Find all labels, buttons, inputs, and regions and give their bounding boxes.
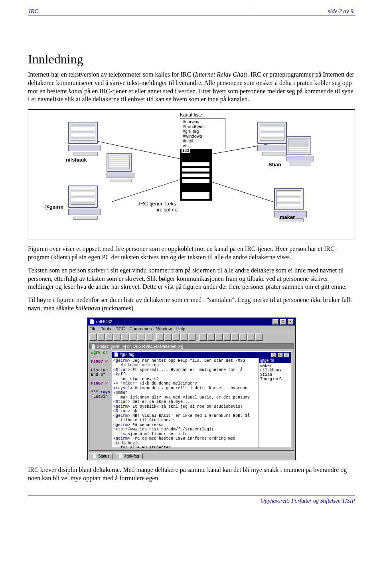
diagram-line bbox=[112, 180, 180, 202]
minimize-button[interactable]: _ bbox=[272, 319, 278, 325]
menu-tools[interactable]: Tools bbox=[101, 326, 111, 331]
toolbar-button[interactable] bbox=[129, 333, 136, 341]
taskbar-label: #grk-fag bbox=[124, 454, 139, 458]
nick-item[interactable]: ThorgierB bbox=[260, 377, 290, 381]
toolbar-button[interactable] bbox=[156, 333, 164, 341]
computer-icon bbox=[286, 136, 314, 166]
window-controls: _ □ × bbox=[271, 352, 289, 357]
page-footer: Opphavsrett: Forfatter og Stiftelsen TIS… bbox=[28, 495, 355, 512]
text: (nicknames). bbox=[100, 305, 135, 312]
nick-item[interactable]: maker bbox=[260, 364, 290, 368]
paragraph: Figuren over viser et oppsett med fire p… bbox=[28, 245, 355, 262]
maximize-button[interactable]: □ bbox=[278, 353, 283, 357]
server-base bbox=[182, 192, 209, 199]
channel-list: #norway #trondheim #grk-fag #windows #ni… bbox=[180, 118, 225, 149]
network-diagram: Kanal-liste #norway #trondheim #grk-fag … bbox=[28, 109, 355, 239]
channel-item: #grk-fag bbox=[183, 129, 223, 134]
menu-dcc[interactable]: DCC bbox=[115, 326, 125, 331]
toolbar-button[interactable] bbox=[247, 333, 255, 341]
channel-name: #grk-fag bbox=[120, 352, 134, 357]
computer-icon bbox=[107, 153, 134, 182]
toolbar-button[interactable] bbox=[113, 333, 120, 341]
status-window: 📄 Status: geirm [+] on Oslo-R.NO.EU.Unde… bbox=[89, 343, 294, 451]
computer-icon bbox=[257, 122, 290, 156]
computer-icon bbox=[68, 122, 101, 156]
server-caption: IRC-tjener, f.eks. irc.sol.no bbox=[122, 201, 178, 213]
toolbar-button[interactable] bbox=[89, 333, 97, 341]
channel-item: etc. bbox=[183, 143, 223, 148]
server-slot bbox=[182, 168, 209, 172]
taskbar-label: Status bbox=[98, 454, 109, 458]
toolbar-button[interactable] bbox=[172, 333, 180, 341]
menu-help[interactable]: Help bbox=[176, 326, 186, 331]
server-slot bbox=[182, 162, 209, 166]
taskbar-button-channel[interactable]: 📄 #grk-fag bbox=[115, 453, 142, 459]
toolbar-button[interactable] bbox=[188, 333, 195, 341]
paragraph: IRC krever disiplin blant deltakerne. Me… bbox=[28, 466, 355, 483]
computer-icon bbox=[68, 185, 101, 220]
user-label: Stian bbox=[268, 162, 281, 168]
diagram-line bbox=[209, 181, 285, 206]
header-right: side 2 av 9 bbox=[254, 7, 355, 16]
toolbar-button[interactable] bbox=[97, 333, 105, 341]
page-header: IRC side 2 av 9 bbox=[28, 7, 355, 16]
user-label: maker bbox=[280, 214, 295, 220]
paragraph: Teksten som en person skriver i sitt ege… bbox=[28, 266, 355, 291]
text: Internett har en tekstversjon av telefon… bbox=[28, 71, 195, 78]
nick-item[interactable]: Stian bbox=[260, 373, 290, 377]
channel-window: 📄 #grk-fag _ □ × <geirm> Jeg har hentet … bbox=[112, 351, 291, 448]
toolbar-button[interactable] bbox=[121, 333, 128, 341]
server-slot bbox=[182, 179, 209, 183]
channel-item: #nitol bbox=[183, 138, 223, 143]
toolbar-separator bbox=[153, 333, 156, 341]
page-content: Innledning Internett har en tekstversjon… bbox=[0, 16, 383, 495]
text: IRC-tjener, f.eks. bbox=[139, 201, 178, 207]
toolbar-separator bbox=[196, 333, 199, 341]
header-left: IRC bbox=[28, 7, 254, 16]
status-title-text: Status: geirm [+] on Oslo-R.NO.EU.Undern… bbox=[97, 344, 183, 349]
menu-commands[interactable]: Commands bbox=[129, 326, 152, 331]
text-italic: kallenavn bbox=[75, 305, 100, 312]
mirc-taskbar: 📄 Status 📄 #grk-fag bbox=[88, 452, 295, 460]
chat-log[interactable]: <geirm> Jeg har hentet opp Help-fila. De… bbox=[112, 358, 259, 448]
paragraph-intro: Internett har en tekstversjon av telefon… bbox=[28, 71, 355, 104]
minimize-button[interactable]: _ bbox=[271, 353, 276, 357]
toolbar-button[interactable] bbox=[105, 333, 113, 341]
text-italic: kanal bbox=[69, 88, 83, 95]
toolbar-button[interactable] bbox=[215, 333, 223, 341]
mirc-window: 📄 mIRC32 _ □ × File Tools DCC Commands W… bbox=[87, 318, 296, 460]
window-controls: _ □ × bbox=[272, 319, 294, 325]
close-button[interactable]: × bbox=[288, 319, 294, 325]
nick-item[interactable]: nilskhauk bbox=[260, 368, 290, 373]
server-slot bbox=[182, 174, 209, 177]
toolbar-button[interactable] bbox=[207, 333, 215, 341]
menu-window[interactable]: Window bbox=[156, 326, 172, 331]
nick-column: @geirm maker nilskhauk Stian ThorgierB bbox=[259, 358, 291, 448]
app-title: 📄 mIRC32 bbox=[89, 319, 112, 324]
toolbar-button[interactable] bbox=[199, 333, 207, 341]
status-titlebar: 📄 Status: geirm [+] on Oslo-R.NO.EU.Unde… bbox=[89, 344, 294, 349]
section-heading: Innledning bbox=[28, 52, 355, 67]
toolbar-button[interactable] bbox=[239, 333, 247, 341]
toolbar-button[interactable] bbox=[137, 333, 144, 341]
channel-item: #trondheim bbox=[183, 124, 223, 129]
channel-list-box: Kanal-liste #norway #trondheim #grk-fag … bbox=[180, 112, 225, 149]
nick-header: @geirm bbox=[259, 358, 291, 363]
toolbar-button[interactable] bbox=[145, 333, 152, 341]
nick-list[interactable]: maker nilskhauk Stian ThorgierB bbox=[259, 363, 291, 448]
maximize-button[interactable]: □ bbox=[280, 319, 286, 325]
status-body: #grk cr-PING? P-ListingEnd of-PING? P-**… bbox=[89, 349, 294, 450]
toolbar-button[interactable] bbox=[164, 333, 172, 341]
text: irc.sol.no bbox=[157, 207, 178, 213]
toolbar-button[interactable] bbox=[231, 333, 239, 341]
channel-item: #norway bbox=[183, 119, 223, 124]
toolbar-button[interactable] bbox=[223, 333, 231, 341]
close-button[interactable]: × bbox=[284, 353, 289, 357]
channel-titlebar: 📄 #grk-fag _ □ × bbox=[112, 352, 291, 358]
menu-file[interactable]: File bbox=[89, 326, 97, 331]
user-label: nilshauk bbox=[66, 157, 87, 163]
text-italic: Internet Relay Chat bbox=[195, 71, 245, 78]
toolbar-button[interactable] bbox=[255, 333, 263, 341]
taskbar-button-status[interactable]: 📄 Status bbox=[89, 453, 113, 459]
toolbar-button[interactable] bbox=[180, 333, 188, 341]
